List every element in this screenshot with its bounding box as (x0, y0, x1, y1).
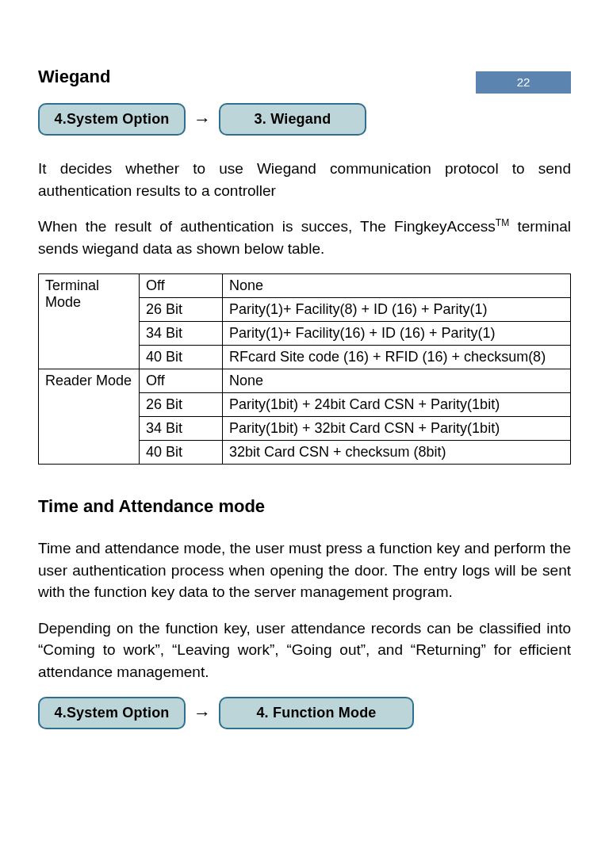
desc-cell: Parity(1)+ Facility(8) + ID (16) + Parit… (223, 298, 571, 322)
page-number-badge: 22 (476, 71, 571, 94)
ta-para-1: Time and attendance mode, the user must … (38, 537, 571, 603)
nav-box-system-option: 4.System Option (38, 103, 186, 136)
bit-cell: 26 Bit (140, 298, 223, 322)
bit-cell: 40 Bit (140, 441, 223, 465)
ta-para-2: Depending on the function key, user atte… (38, 618, 571, 683)
mode-cell: Reader Mode (39, 369, 140, 465)
desc-cell: None (223, 369, 571, 393)
page: 22 Wiegand 4.System Option → 3. Wiegand … (0, 67, 609, 868)
bit-cell: Off (140, 274, 223, 298)
wiegand-para-2: When the result of authentication is suc… (38, 216, 571, 259)
desc-cell: Parity(1bit) + 32bit Card CSN + Parity(1… (223, 417, 571, 441)
wiegand-para-1: It decides whether to use Wiegand commun… (38, 158, 571, 201)
table-row: Terminal ModeOffNone (39, 274, 571, 298)
mode-cell: Terminal Mode (39, 274, 140, 369)
desc-cell: 32bit Card CSN + checksum (8bit) (223, 441, 571, 465)
desc-cell: Parity(1)+ Facility(16) + ID (16) + Pari… (223, 322, 571, 346)
bit-cell: 26 Bit (140, 393, 223, 417)
desc-cell: RFcard Site code (16) + RFID (16) + chec… (223, 346, 571, 369)
desc-cell: None (223, 274, 571, 298)
bit-cell: 34 Bit (140, 322, 223, 346)
desc-cell: Parity(1bit) + 24bit Card CSN + Parity(1… (223, 393, 571, 417)
bit-cell: 40 Bit (140, 346, 223, 369)
nav-box-system-option-2: 4.System Option (38, 697, 186, 729)
ta-nav: 4.System Option → 4. Function Mode (38, 697, 571, 729)
ta-title: Time and Attendance mode (38, 496, 571, 517)
wiegand-para-2a: When the result of authentication is suc… (38, 218, 496, 235)
trademark-sup: TM (496, 217, 509, 228)
nav-box-wiegand: 3. Wiegand (219, 103, 366, 136)
nav-box-function-mode: 4. Function Mode (219, 697, 414, 729)
bit-cell: 34 Bit (140, 417, 223, 441)
wiegand-table: Terminal ModeOffNone26 BitParity(1)+ Fac… (38, 273, 571, 465)
wiegand-nav: 4.System Option → 3. Wiegand (38, 103, 571, 136)
arrow-right-icon: → (193, 109, 211, 130)
arrow-right-icon: → (193, 703, 211, 724)
table-row: Reader ModeOffNone (39, 369, 571, 393)
bit-cell: Off (140, 369, 223, 393)
